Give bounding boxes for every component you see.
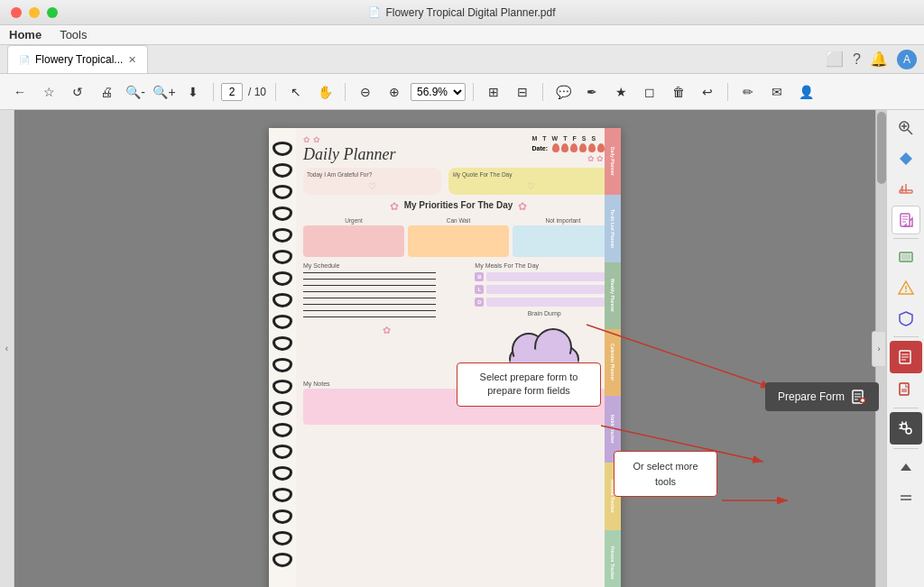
maximize-button[interactable] — [47, 7, 58, 18]
tab-label: Flowery Tropical... — [35, 53, 123, 66]
minimize-button[interactable] — [29, 7, 40, 18]
zoom-in-btn[interactable]: 🔍+ — [152, 79, 177, 105]
menu-tools[interactable]: Tools — [60, 28, 87, 41]
tab-weekly-planner[interactable]: Weekly Planner — [605, 262, 621, 329]
toolbar-separator-3 — [345, 83, 346, 101]
bookmark-btn[interactable]: ☆ — [36, 79, 61, 105]
grateful-label: Today I Am Grateful For? — [307, 171, 438, 178]
svg-line-12 — [908, 130, 912, 134]
right-panel-collapse[interactable]: › — [872, 331, 886, 367]
left-panel-collapse[interactable]: ‹ — [0, 110, 14, 587]
menu-bar: Home Tools — [0, 25, 924, 45]
droplet — [597, 143, 605, 152]
flower-deco-right: ✿ ✿ ✿ — [531, 154, 614, 163]
zoom-out-btn[interactable]: 🔍- — [123, 79, 148, 105]
comment-btn[interactable]: 💬 — [550, 79, 576, 105]
right-layers-btn[interactable] — [892, 243, 920, 271]
day-s2: S — [591, 135, 596, 142]
schedule-line — [303, 304, 436, 305]
print-btn[interactable]: 🖨 — [94, 79, 119, 105]
zoom-in2-btn[interactable]: ⊕ — [382, 79, 407, 105]
tab-close-button[interactable]: ✕ — [128, 54, 136, 66]
lunch-box — [486, 285, 614, 294]
spiral-ring — [273, 293, 292, 307]
pdf-download-icon — [898, 381, 914, 398]
svg-marker-15 — [900, 152, 912, 165]
prepare-form-btn[interactable] — [890, 341, 922, 373]
sidebar-separator-3 — [893, 408, 919, 408]
spiral-ring — [273, 336, 292, 351]
scrollbar-thumb[interactable] — [877, 112, 886, 184]
email-btn[interactable]: ✉ — [764, 79, 790, 105]
person-btn[interactable]: 👤 — [793, 79, 818, 105]
spiral-ring — [273, 358, 292, 372]
heart-icon-2: ♡ — [452, 181, 610, 191]
measure-btn[interactable]: ⊟ — [510, 79, 535, 105]
pen2-btn[interactable]: ✏ — [735, 79, 761, 105]
brain-dump-label: Brain Dump — [475, 310, 614, 316]
right-add-btn[interactable] — [892, 144, 920, 173]
layers-icon — [898, 249, 914, 265]
notifications-icon[interactable]: 🔔 — [870, 50, 888, 68]
scroll-up-btn[interactable] — [892, 453, 920, 482]
pdf-viewer[interactable]: ✿ ✿ Daily Planner M T W T F S S — [14, 110, 875, 587]
right-shield-btn[interactable] — [892, 304, 920, 333]
day-f: F — [573, 135, 577, 142]
right-warning-btn[interactable] — [892, 273, 920, 302]
prepare-form-overlay-btn[interactable]: Prepare Form — [765, 382, 879, 411]
schedule-column: My Schedule ✿ — [303, 262, 469, 377]
more-tools-btn[interactable] — [890, 412, 922, 445]
tab-fitness-tracker[interactable]: Fitness Tracker — [605, 530, 621, 587]
schedule-line — [303, 285, 436, 286]
zoom-out2-btn[interactable]: ⊖ — [353, 79, 378, 105]
tab-daily-planner[interactable]: Daily Planner — [605, 128, 621, 195]
svg-line-37 — [906, 429, 907, 430]
can-wait-box — [408, 225, 509, 257]
delete-btn[interactable]: 🗑 — [666, 79, 691, 105]
prepare-form-icon — [898, 349, 914, 365]
document-tab[interactable]: 📄 Flowery Tropical... ✕ — [7, 45, 148, 73]
tab-todo-list[interactable]: To-do List Planner — [605, 195, 621, 261]
zoom-select[interactable]: 56.9% 75% 100% — [411, 83, 466, 101]
rotate-left-btn[interactable]: ↺ — [65, 79, 90, 105]
right-zoom-btn[interactable] — [892, 114, 920, 142]
day-t2: T — [563, 135, 567, 142]
spiral-ring — [273, 445, 292, 459]
grateful-quote-row: Today I Am Grateful For? ♡ My Quote For … — [303, 168, 614, 195]
window-title: 📄 Flowery Tropical Digital Planner.pdf — [368, 6, 555, 19]
sidebar-separator-1 — [893, 238, 919, 239]
download-btn[interactable]: ⬇ — [180, 79, 206, 105]
day-w: W — [552, 135, 559, 142]
annotation-text-1: Select prepare form to prepare form fiel… — [480, 371, 578, 396]
expand-icon — [900, 493, 912, 502]
hand-tool-btn[interactable]: ✋ — [312, 79, 337, 105]
flower-deco-left: ✿ ✿ — [303, 135, 395, 144]
share-icon[interactable]: ⬜ — [826, 50, 844, 68]
pen-btn[interactable]: ✒ — [579, 79, 605, 105]
close-button[interactable] — [11, 7, 22, 18]
schedule-line — [303, 310, 436, 311]
lunch-row: L — [475, 285, 614, 294]
pdf-page: ✿ ✿ Daily Planner M T W T F S S — [269, 128, 621, 587]
menu-home[interactable]: Home — [9, 28, 42, 41]
right-scan-btn[interactable] — [892, 206, 920, 234]
account-icon[interactable]: A — [897, 50, 917, 69]
right-download-btn[interactable] — [892, 375, 920, 404]
flower-left: ✿ — [390, 200, 399, 213]
highlight-btn[interactable]: ★ — [608, 79, 633, 105]
expand-btn[interactable] — [892, 483, 920, 512]
svg-rect-19 — [901, 214, 910, 226]
urgent-box — [303, 225, 404, 257]
tab-calendar-planner[interactable]: Calendar Planner — [605, 329, 621, 396]
schedule-line — [303, 279, 436, 280]
shapes-btn[interactable]: ◻ — [637, 79, 662, 105]
page-number-input[interactable] — [221, 83, 243, 101]
right-edit-btn[interactable] — [892, 175, 920, 204]
spiral-ring — [273, 531, 292, 546]
cursor-tool-btn[interactable]: ↖ — [283, 79, 309, 105]
quote-open-icon: " — [452, 170, 457, 184]
undo-btn[interactable]: ↩ — [695, 79, 720, 105]
help-icon[interactable]: ? — [853, 51, 861, 68]
crop-btn[interactable]: ⊞ — [481, 79, 506, 105]
back-btn[interactable]: ← — [7, 79, 32, 105]
